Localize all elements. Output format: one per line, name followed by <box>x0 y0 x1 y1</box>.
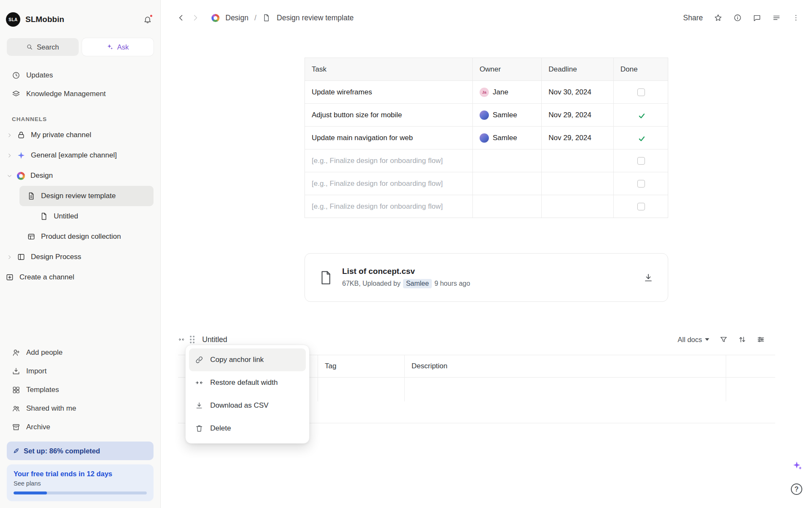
channel-general[interactable]: General [example channel] <box>0 145 160 166</box>
checkbox[interactable] <box>637 88 645 96</box>
notifications-bell-icon[interactable] <box>143 15 152 24</box>
menu-item-restore-default-width[interactable]: Restore default width <box>189 371 306 394</box>
ai-assistant-button[interactable] <box>792 460 803 471</box>
info-icon[interactable] <box>733 14 742 22</box>
settings-sliders-icon[interactable] <box>757 335 765 344</box>
comments-icon[interactable] <box>753 14 761 22</box>
download-icon[interactable] <box>643 273 653 283</box>
search-button[interactable]: Search <box>7 38 79 56</box>
back-icon[interactable] <box>177 14 185 22</box>
trial-card[interactable]: Your free trial ends in 12 days See plan… <box>7 464 154 501</box>
caret-down-icon <box>705 338 709 341</box>
sidebar-item-shared-with-me[interactable]: Shared with me <box>0 399 160 418</box>
star-icon[interactable] <box>714 14 722 22</box>
uploader-chip[interactable]: Samlee <box>403 279 432 288</box>
app: SLA SLMobbin Search Ask Updates <box>0 0 812 508</box>
channel-my-private[interactable]: My private channel <box>0 125 160 145</box>
sidebar-item-import[interactable]: Import <box>0 362 160 381</box>
embedded-table-title[interactable]: Untitled <box>202 335 227 344</box>
all-docs-dropdown[interactable]: All docs <box>678 336 709 344</box>
channel-design-process[interactable]: Design Process <box>0 247 160 267</box>
owner-cell[interactable] <box>472 149 541 172</box>
sidebar-item-templates[interactable]: Templates <box>0 381 160 399</box>
menu-item-copy-anchor-link[interactable]: Copy anchor link <box>189 348 306 371</box>
sidebar-item-knowledge-management[interactable]: Knowledge Management <box>0 85 160 103</box>
column-header-deadline[interactable]: Deadline <box>541 58 613 80</box>
deadline-cell[interactable]: Nov 30, 2024 <box>541 81 613 103</box>
notification-dot <box>149 14 153 18</box>
doc-cell[interactable] <box>726 378 775 401</box>
chevron-right-icon[interactable] <box>7 153 12 158</box>
deadline-cell[interactable] <box>541 149 613 172</box>
column-header-description[interactable]: Description <box>404 355 726 377</box>
workspace-logo[interactable]: SLA <box>6 12 20 27</box>
column-header-owner[interactable]: Owner <box>472 58 541 80</box>
forward-icon[interactable] <box>191 14 200 22</box>
menu-item-label: Restore default width <box>210 378 278 387</box>
layout-icon <box>17 253 25 261</box>
deadline-cell[interactable] <box>541 195 613 218</box>
file-attachment-card[interactable]: List of concept.csv 67KB, Uploaded by Sa… <box>304 253 668 302</box>
download-icon <box>195 401 203 410</box>
ask-button[interactable]: Ask <box>82 38 154 56</box>
column-header-extra[interactable] <box>726 355 775 377</box>
owner-cell[interactable]: Samlee <box>472 104 541 126</box>
filter-icon[interactable] <box>719 335 728 344</box>
file-meta: 67KB, Uploaded by Samlee 9 hours ago <box>342 279 470 288</box>
chevron-right-icon[interactable] <box>7 133 12 138</box>
checkbox[interactable] <box>637 134 645 142</box>
owner-cell[interactable] <box>472 172 541 195</box>
workspace-name[interactable]: SLMobbin <box>25 15 64 24</box>
doc-cell[interactable] <box>404 378 726 401</box>
menu-item-delete[interactable]: Delete <box>189 417 306 440</box>
share-button[interactable]: Share <box>683 14 703 22</box>
menu-item-download-as-csv[interactable]: Download as CSV <box>189 394 306 417</box>
deadline-cell[interactable]: Nov 29, 2024 <box>541 127 613 149</box>
column-header-task[interactable]: Task <box>305 58 472 80</box>
sidebar-item-add-people[interactable]: Add people <box>0 343 160 362</box>
kebab-menu-icon[interactable] <box>792 14 800 22</box>
page-label: Product design collection <box>41 232 121 241</box>
deadline-cell[interactable] <box>541 172 613 195</box>
task-table: Task Owner Deadline Done Update wirefram… <box>304 58 668 218</box>
breadcrumb-channel[interactable]: Design <box>225 14 248 22</box>
checkbox[interactable] <box>637 203 645 210</box>
page-design-review-template[interactable]: Design review template <box>19 186 154 206</box>
setup-progress-banner[interactable]: Set up: 86% completed <box>7 442 154 460</box>
owner-cell[interactable] <box>472 195 541 218</box>
sidebar-item-archive[interactable]: Archive <box>0 418 160 436</box>
checkbox[interactable] <box>637 111 645 119</box>
help-button[interactable]: ? <box>791 483 802 495</box>
task-cell-placeholder[interactable]: [e.g., Finalize design for onboarding fl… <box>305 172 472 195</box>
channel-design[interactable]: Design <box>0 166 160 186</box>
task-cell[interactable]: Adjust button size for mobile <box>305 104 472 126</box>
column-header-done[interactable]: Done <box>613 58 669 80</box>
page-untitled[interactable]: Untitled <box>0 206 160 226</box>
collapse-width-icon[interactable] <box>178 336 185 343</box>
doc-cell[interactable] <box>318 378 404 401</box>
sidebar-item-updates[interactable]: Updates <box>0 66 160 85</box>
chevron-down-icon[interactable] <box>7 173 12 179</box>
channel-label: Design Process <box>31 253 81 261</box>
toc-icon[interactable] <box>772 14 781 22</box>
breadcrumb-page[interactable]: Design review template <box>277 14 354 22</box>
see-plans-link[interactable]: See plans <box>14 480 147 487</box>
checkbox[interactable] <box>637 180 645 188</box>
checkbox[interactable] <box>637 157 645 165</box>
task-cell-placeholder[interactable]: [e.g., Finalize design for onboarding fl… <box>305 195 472 218</box>
task-cell[interactable]: Update wireframes <box>305 81 472 103</box>
design-channel-icon <box>211 14 219 22</box>
page-product-design-collection[interactable]: Product design collection <box>0 226 160 247</box>
channel-label: My private channel <box>31 131 91 139</box>
deadline-cell[interactable]: Nov 29, 2024 <box>541 104 613 126</box>
owner-cell[interactable]: Ja Jane <box>472 81 541 103</box>
chevron-right-icon[interactable] <box>7 254 12 260</box>
owner-cell[interactable]: Samlee <box>472 127 541 149</box>
drag-handle[interactable] <box>190 336 195 343</box>
setup-banner-label: Set up: 86% completed <box>24 447 100 455</box>
task-cell-placeholder[interactable]: [e.g., Finalize design for onboarding fl… <box>305 149 472 172</box>
create-channel[interactable]: Create a channel <box>0 267 160 287</box>
task-cell[interactable]: Update main navigation for web <box>305 127 472 149</box>
column-header-tag[interactable]: Tag <box>318 355 404 377</box>
sort-icon[interactable] <box>738 335 746 344</box>
